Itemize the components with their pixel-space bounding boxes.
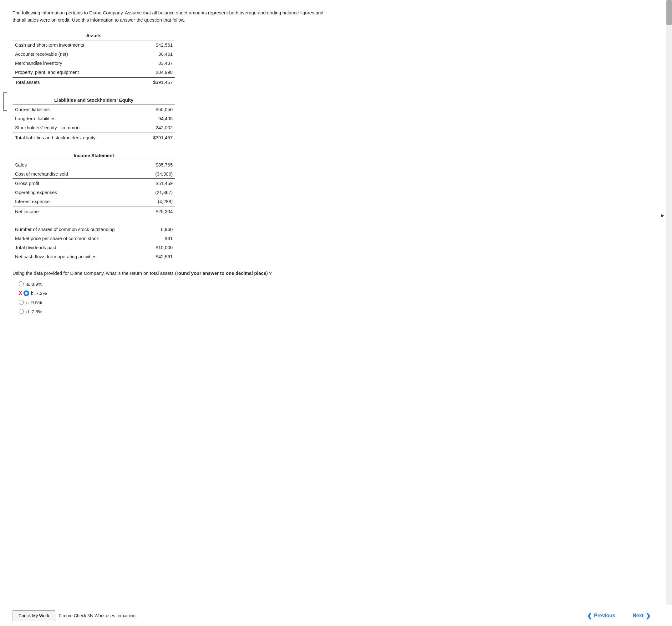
table-row: Net cash flows from operating activities…	[13, 252, 175, 261]
previous-label: Previous	[594, 613, 615, 619]
nav-buttons: ❮ Previous Next ❯	[578, 609, 659, 623]
liabilities-header: Liabilities and Stockholders' Equity	[13, 95, 175, 105]
row-label: Interest expense	[13, 197, 130, 207]
radio-icon[interactable]	[19, 300, 24, 305]
option-d[interactable]: d. 7.6%	[19, 309, 332, 314]
row-label: Market price per share of common stock	[13, 234, 147, 243]
row-label: Total dividends paid	[13, 243, 147, 252]
option-value: 7.2%	[36, 291, 47, 296]
row-label: Total liabilities and stockholders' equi…	[13, 133, 139, 142]
row-label: Current liabilities	[13, 105, 139, 114]
row-label: Sales	[13, 160, 130, 170]
previous-button[interactable]: ❮ Previous	[578, 609, 624, 623]
row-value: $55,050	[139, 105, 175, 114]
row-label: Operating expenses	[13, 188, 130, 197]
remaining-text: 0 more Check My Work uses remaining.	[59, 613, 137, 618]
radio-icon[interactable]	[19, 309, 24, 314]
option-a[interactable]: a. 8.9%	[19, 281, 332, 287]
row-label: Cost of merchandise sold	[13, 169, 130, 179]
assets-header: Assets	[13, 31, 175, 40]
row-label: Long-term liabilities	[13, 114, 139, 123]
question-text: Using the data provided for Diane Compan…	[13, 270, 332, 277]
row-value: (4,288)	[130, 197, 175, 207]
option-label: d.	[26, 309, 30, 314]
table-row: Merchandise inventory33,437	[13, 59, 175, 68]
row-label: Net cash flows from operating activities	[13, 252, 147, 261]
next-button[interactable]: Next ❯	[624, 609, 659, 623]
table-row: Interest expense(4,288)	[13, 197, 175, 207]
row-value: $391,457	[139, 133, 175, 142]
table-row: Operating expenses(21,867)	[13, 188, 175, 197]
table-row: Gross profit$51,459	[13, 179, 175, 188]
radio-icon[interactable]	[19, 281, 24, 286]
option-value: 9.5%	[31, 300, 42, 305]
option-label: c.	[26, 300, 30, 305]
option-c[interactable]: c. 9.5%	[19, 300, 332, 305]
table-row: Net income$25,304	[13, 207, 175, 216]
table-row: Total liabilities and stockholders' equi…	[13, 133, 175, 142]
assets-table: Assets Cash and short-term investments$4…	[13, 31, 175, 87]
option-value: 7.6%	[31, 309, 42, 314]
table-row: Total assets$391,457	[13, 77, 175, 87]
next-chevron-icon: ❯	[645, 612, 651, 620]
row-value: $25,304	[130, 207, 175, 216]
row-label: Net income	[13, 207, 130, 216]
row-label: Number of shares of common stock outstan…	[13, 225, 147, 234]
row-value: 33,437	[135, 59, 175, 68]
row-value: $31	[147, 234, 175, 243]
row-value: $391,457	[135, 77, 175, 87]
row-label: Stockholders' equity—common	[13, 123, 139, 133]
row-value: $51,459	[130, 179, 175, 188]
check-work-button[interactable]: Check My Work	[13, 610, 55, 621]
bracket-decoration	[3, 92, 7, 111]
table-row: Long-term liabilities94,405	[13, 114, 175, 123]
row-value: (34,306)	[130, 169, 175, 179]
scrollbar-thumb[interactable]	[666, 0, 672, 25]
wrong-mark-icon: X	[19, 291, 22, 296]
row-value: $42,561	[147, 252, 175, 261]
option-label: b.	[31, 291, 35, 296]
option-label: a.	[26, 281, 30, 287]
table-row: Cash and short-term investments$42,561	[13, 40, 175, 50]
table-row: Market price per share of common stock$3…	[13, 234, 175, 243]
intro-text: The following information pertains to Di…	[13, 9, 332, 23]
row-label: Total assets	[13, 77, 135, 87]
additional-data-table: Number of shares of common stock outstan…	[13, 225, 175, 261]
table-row: Number of shares of common stock outstan…	[13, 225, 175, 234]
table-row: Accounts receivable (net)30,461	[13, 49, 175, 59]
table-row: Current liabilities$55,050	[13, 105, 175, 114]
row-label: Accounts receivable (net)	[13, 49, 135, 59]
row-value: 30,461	[135, 49, 175, 59]
selected-radio-icon	[23, 291, 29, 296]
row-value: 6,960	[147, 225, 175, 234]
prev-chevron-icon: ❮	[587, 612, 592, 620]
row-value: (21,867)	[130, 188, 175, 197]
row-label: Property, plant, and equipment	[13, 68, 135, 77]
options-list: a. 8.9% X b. 7.2% c. 9.5% d. 7.6%	[19, 281, 332, 314]
option-b[interactable]: X b. 7.2%	[19, 291, 332, 296]
next-label: Next	[632, 613, 644, 619]
row-value: $42,561	[135, 40, 175, 50]
row-value: 284,998	[135, 68, 175, 77]
check-work-area: Check My Work 0 more Check My Work uses …	[13, 610, 137, 621]
table-row: Stockholders' equity—common242,002	[13, 123, 175, 133]
row-label: Gross profit	[13, 179, 130, 188]
table-row: Cost of merchandise sold(34,306)	[13, 169, 175, 179]
footer-bar: Check My Work 0 more Check My Work uses …	[0, 605, 672, 626]
scrollbar[interactable]	[666, 0, 672, 605]
row-value: $10,000	[147, 243, 175, 252]
row-label: Merchandise inventory	[13, 59, 135, 68]
income-table: Income Statement Sales$85,765Cost of mer…	[13, 151, 175, 216]
row-value: 242,002	[139, 123, 175, 133]
table-row: Property, plant, and equipment284,998	[13, 68, 175, 77]
row-value: $85,765	[130, 160, 175, 170]
liabilities-table: Liabilities and Stockholders' Equity Cur…	[13, 95, 175, 142]
row-value: 94,405	[139, 114, 175, 123]
income-header: Income Statement	[13, 151, 175, 160]
row-label: Cash and short-term investments	[13, 40, 135, 50]
table-row: Total dividends paid$10,000	[13, 243, 175, 252]
table-row: Sales$85,765	[13, 160, 175, 170]
right-arrow-decoration: ►	[660, 213, 665, 218]
option-value: 8.9%	[31, 281, 42, 287]
